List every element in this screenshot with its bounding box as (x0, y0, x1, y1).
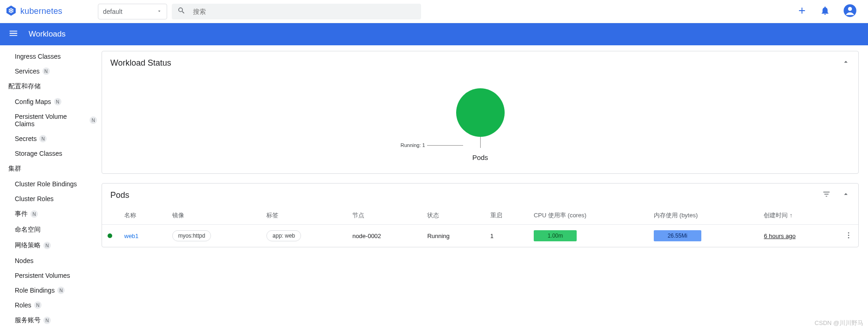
pie-running-label: Running: 1 (401, 142, 425, 148)
sidebar-item[interactable]: 服务账号N (0, 313, 97, 328)
sidebar-item[interactable]: Config MapsN (0, 94, 97, 109)
top-bar: kubernetes default (0, 0, 868, 23)
search-input[interactable] (193, 8, 416, 15)
sidebar-item-label: Secrets (15, 135, 36, 142)
mem-bar: 26.55Mi (654, 230, 701, 241)
sidebar-item[interactable]: Ingress Classes (0, 49, 97, 64)
svg-point-12 (848, 234, 850, 236)
sidebar-item[interactable]: RolesN (0, 298, 97, 313)
pods-card-title: Pods (110, 190, 129, 200)
image-chip: myos:httpd (172, 230, 211, 241)
pods-pie (456, 88, 505, 137)
namespace-badge-icon: N (54, 98, 61, 105)
sidebar-item-label: Services (15, 67, 40, 75)
namespace-badge-icon: N (57, 287, 65, 294)
pod-node: node-0002 (347, 225, 422, 247)
sidebar-item-label: Persistent Volume Claims (15, 113, 87, 128)
add-icon[interactable] (797, 6, 807, 18)
workload-status-card: Workload Status Running: 1 Pods (102, 51, 859, 174)
sidebar-item-label: 事件 (15, 210, 28, 218)
namespace-badge-icon: N (39, 135, 47, 142)
namespace-badge-icon: N (34, 301, 42, 309)
logo-text: kubernetes (20, 6, 62, 16)
pod-status: Running (422, 225, 484, 247)
namespace-value: default (103, 8, 122, 15)
col-labels[interactable]: 标签 (261, 207, 347, 225)
svg-point-10 (848, 7, 852, 11)
sidebar-item[interactable]: 命名空间 (0, 222, 97, 238)
collapse-icon[interactable] (842, 190, 850, 200)
chevron-down-icon (157, 8, 162, 15)
sidebar-item[interactable]: ServicesN (0, 64, 97, 79)
namespace-badge-icon: N (30, 210, 38, 218)
sidebar-item-label: Role Bindings (15, 287, 54, 294)
col-restarts[interactable]: 重启 (485, 207, 528, 225)
sidebar-item-label: Storage Classes (15, 150, 62, 157)
sidebar-item-label: Ingress Classes (15, 53, 61, 60)
pie-caption: Pods (472, 153, 488, 161)
sidebar-item-label: 集群 (8, 165, 21, 173)
sidebar-item-label: 网络策略 (15, 241, 41, 250)
label-chip: app: web (266, 230, 301, 241)
col-image[interactable]: 镜像 (167, 207, 261, 225)
sidebar-item-label: Roles (15, 301, 31, 309)
namespace-badge-icon: N (90, 116, 97, 124)
col-mem[interactable]: 内存使用 (bytes) (648, 207, 759, 225)
collapse-icon[interactable] (842, 58, 850, 68)
sidebar-item-label: Nodes (15, 257, 33, 264)
sidebar-item-label: 配置和存储 (8, 82, 41, 91)
watermark: CSDN @川川野马 (814, 319, 863, 327)
pods-table: 名称 镜像 标签 节点 状态 重启 CPU 使用率 (cores) 内存使用 (… (102, 207, 858, 247)
namespace-badge-icon: N (42, 67, 50, 75)
sidebar-section-header: 配置和存储 (0, 79, 97, 94)
content-area: Workload Status Running: 1 Pods (97, 45, 868, 331)
sidebar-item[interactable]: Role BindingsN (0, 283, 97, 298)
sidebar-item[interactable]: Persistent Volumes (0, 268, 97, 283)
namespace-select[interactable]: default (98, 4, 167, 19)
sidebar-item[interactable]: 网络策略N (0, 238, 97, 253)
pods-status-chart: Running: 1 Pods (102, 74, 858, 173)
sidebar-item-label: 命名空间 (15, 226, 41, 234)
status-dot-icon (108, 233, 112, 238)
col-cpu[interactable]: CPU 使用率 (cores) (528, 207, 648, 225)
sidebar-item-label: Persistent Volumes (15, 272, 70, 279)
sidebar-item-label: Cluster Roles (15, 195, 54, 202)
pod-created: 6 hours ago (764, 233, 796, 239)
sidebar-item-label: 服务账号 (15, 316, 41, 325)
sidebar-item[interactable]: Storage Classes (0, 146, 97, 161)
cpu-bar: 1.00m (534, 230, 577, 241)
pie-leader-label: Running: 1 (401, 142, 463, 148)
col-name[interactable]: 名称 (119, 207, 167, 225)
pod-restarts: 1 (485, 225, 528, 247)
bell-icon[interactable] (820, 6, 830, 18)
logo[interactable]: kubernetes (6, 5, 98, 18)
user-avatar-icon[interactable] (843, 4, 857, 19)
workload-status-title: Workload Status (110, 58, 171, 68)
sidebar-section-header: 集群 (0, 161, 97, 177)
filter-icon[interactable] (822, 190, 831, 200)
top-icons (797, 4, 862, 19)
sidebar-item[interactable]: SecretsN (0, 131, 97, 146)
svg-point-13 (848, 237, 850, 238)
col-created[interactable]: 创建时间 ↑ (758, 207, 839, 225)
pods-card: Pods 名称 镜像 标签 节点 状态 重启 CPU 使用 (102, 183, 859, 247)
col-node[interactable]: 节点 (347, 207, 422, 225)
namespace-badge-icon: N (43, 317, 51, 324)
sidebar-item[interactable]: Cluster Role Bindings (0, 177, 97, 191)
pod-name-link[interactable]: web1 (119, 225, 167, 247)
sidebar-item[interactable]: Persistent Volume ClaimsN (0, 109, 97, 131)
section-header: Workloads (0, 23, 868, 45)
menu-icon[interactable] (8, 28, 18, 41)
sidebar: Ingress ClassesServicesN配置和存储Config Maps… (0, 45, 97, 331)
row-menu-icon[interactable] (844, 234, 853, 241)
col-status[interactable]: 状态 (422, 207, 484, 225)
sidebar-item[interactable]: 事件N (0, 206, 97, 222)
sidebar-item-label: Cluster Role Bindings (15, 180, 77, 188)
kubernetes-logo-icon (6, 5, 17, 18)
sidebar-item[interactable]: Nodes (0, 253, 97, 268)
table-row: web1 myos:httpd app: web node-0002 Runni… (102, 225, 858, 247)
svg-point-11 (848, 232, 850, 233)
sidebar-item[interactable]: Cluster Roles (0, 191, 97, 206)
search-box[interactable] (172, 4, 421, 19)
namespace-badge-icon: N (43, 242, 51, 249)
